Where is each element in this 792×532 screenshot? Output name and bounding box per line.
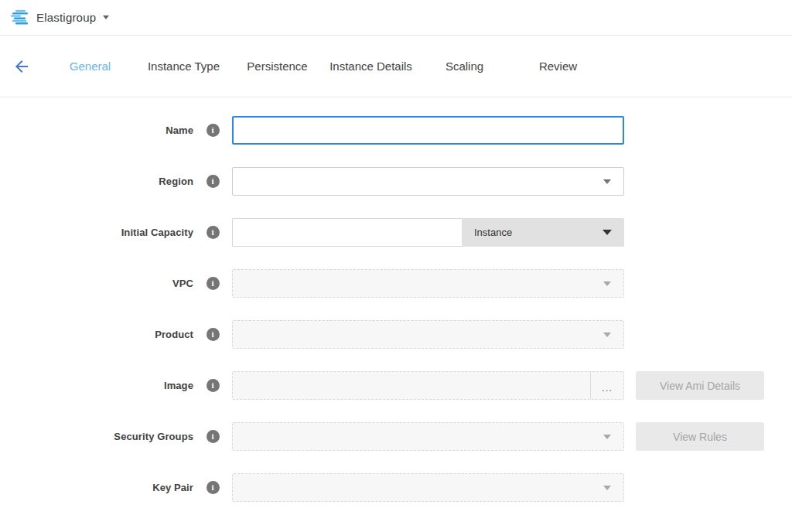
elastigroup-app-menu[interactable]: Elastigroup (11, 9, 109, 26)
view-ami-details-button: View Ami Details (636, 371, 764, 400)
chevron-down-icon (103, 15, 109, 19)
tab-general[interactable]: General (43, 53, 137, 79)
field-row-product: Product i (0, 320, 792, 349)
tab-review[interactable]: Review (511, 53, 605, 79)
app-title: Elastigroup (36, 11, 96, 24)
capacity-unit-caret-down-icon (603, 230, 612, 235)
vpc-select (232, 269, 624, 298)
region-label: Region (0, 176, 193, 187)
back-button[interactable] (0, 36, 43, 97)
image-input-group: ... (232, 371, 624, 400)
key-pair-caret-down-icon (603, 486, 611, 490)
field-row-security-groups: Security Groups i View Rules (0, 422, 792, 451)
tab-scaling[interactable]: Scaling (418, 53, 511, 79)
wizard-tabs: General Instance Type Persistence Instan… (43, 36, 605, 97)
vpc-caret-down-icon (603, 281, 611, 286)
name-label: Name (0, 124, 193, 136)
elastigroup-logo-icon (11, 9, 29, 26)
security-groups-caret-down-icon (603, 435, 611, 439)
field-row-vpc: VPC i (0, 269, 792, 298)
image-browse-button: ... (590, 372, 623, 399)
field-row-image: Image i ... View Ami Details (0, 371, 792, 400)
key-pair-select (232, 473, 624, 502)
image-label: Image (0, 380, 193, 391)
general-form: Name i Region i Initial Capacity i Insta… (0, 97, 792, 502)
security-groups-select (232, 422, 624, 451)
product-label: Product (0, 329, 193, 340)
vpc-label: VPC (0, 278, 193, 289)
vpc-info-icon[interactable]: i (207, 277, 220, 290)
view-rules-button: View Rules (636, 422, 764, 451)
initial-capacity-input[interactable] (232, 218, 462, 247)
product-info-icon[interactable]: i (207, 328, 220, 341)
field-row-region: Region i (0, 167, 792, 196)
security-groups-label: Security Groups (0, 431, 193, 442)
name-input[interactable] (232, 116, 624, 145)
product-select (232, 320, 624, 349)
image-info-icon[interactable]: i (207, 379, 220, 392)
tab-persistence[interactable]: Persistence (230, 53, 324, 79)
image-value (233, 372, 590, 399)
initial-capacity-info-icon[interactable]: i (207, 226, 220, 239)
security-groups-info-icon[interactable]: i (207, 430, 220, 443)
key-pair-info-icon[interactable]: i (207, 481, 220, 494)
key-pair-label: Key Pair (0, 482, 193, 493)
region-caret-down-icon (603, 179, 611, 184)
field-row-key-pair: Key Pair i (0, 473, 792, 502)
product-caret-down-icon (603, 332, 611, 337)
capacity-unit-select[interactable]: Instance (462, 218, 624, 247)
initial-capacity-label: Initial Capacity (0, 227, 193, 238)
wizard-tab-bar: General Instance Type Persistence Instan… (0, 36, 792, 97)
top-bar: Elastigroup (0, 0, 792, 36)
tab-instance-details[interactable]: Instance Details (324, 53, 418, 79)
field-row-initial-capacity: Initial Capacity i Instance (0, 218, 792, 247)
region-info-icon[interactable]: i (207, 175, 220, 188)
name-info-icon[interactable]: i (207, 124, 220, 137)
region-select[interactable] (232, 167, 624, 196)
field-row-name: Name i (0, 116, 792, 145)
tab-instance-type[interactable]: Instance Type (137, 53, 230, 79)
capacity-unit-value: Instance (474, 227, 512, 238)
back-arrow-icon (12, 57, 31, 76)
